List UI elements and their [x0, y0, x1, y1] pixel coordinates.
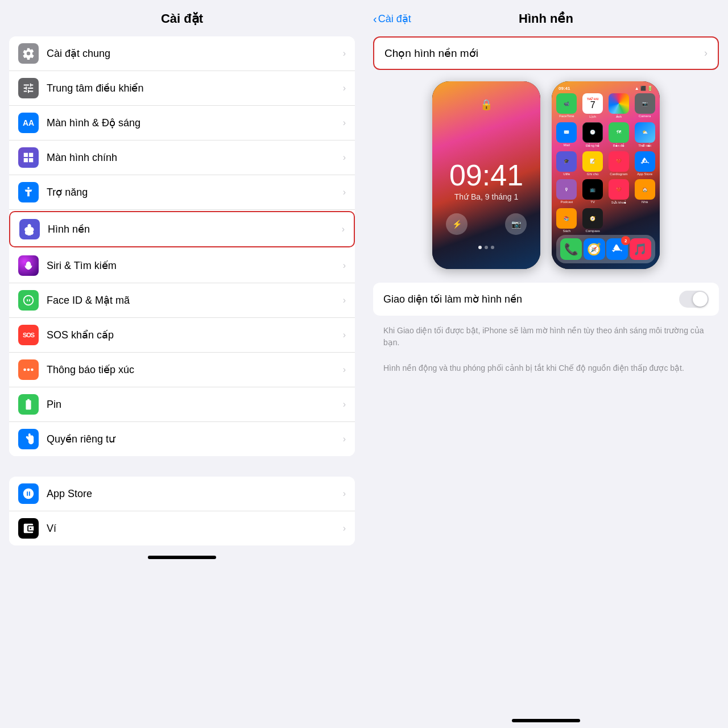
lock-date: Thứ Ba, 9 tháng 1: [449, 192, 523, 201]
app-label: Sách: [563, 229, 571, 233]
app-icon-tv: 📺: [582, 179, 603, 200]
app-cell-cardio: ❤️ Cardiogram: [607, 151, 631, 177]
settings-item-cai-dat-chung[interactable]: Cài đặt chung ›: [9, 36, 355, 71]
lock-time: 09:41: [449, 160, 523, 190]
app-cell-home: 🏠 Nhà: [633, 179, 656, 205]
app-icon-weather: ⛅: [635, 122, 655, 143]
settings-item-appstore[interactable]: App Store ›: [9, 477, 355, 511]
app-cell-ulife: 🎓 Ulife: [555, 151, 578, 177]
settings-item-thong-bao[interactable]: Thông báo tiếp xúc ›: [9, 353, 355, 387]
badge: 2: [621, 236, 630, 245]
chevron-icon: ›: [343, 48, 346, 59]
app-cell-maps: 🗺 Bản đồ: [607, 122, 631, 148]
chevron-icon: ›: [343, 152, 346, 163]
app-icon-compass: 🧭: [582, 208, 603, 229]
dock-appstore: 2: [606, 238, 628, 260]
item-label-cai-dat-chung: Cài đặt chung: [47, 47, 343, 60]
settings-item-man-hinh-chinh[interactable]: Màn hình chính ›: [9, 140, 355, 175]
section-spacer: [0, 461, 364, 472]
secondary-settings-list: App Store › Ví ›: [9, 477, 355, 545]
app-icon-podcast: 🎙: [556, 179, 577, 200]
app-icon-appstore: [635, 151, 655, 172]
hint-text-2: Hình nền động và thu phóng phối cảnh bị …: [373, 358, 719, 379]
settings-item-man-hinh[interactable]: AA Màn hình & Độ sáng ›: [9, 106, 355, 140]
app-label: App Store: [637, 172, 652, 176]
app-label: Thời tiết: [638, 143, 651, 147]
hint-text-1: Khi Giao diện tối được bật, iPhone sẽ là…: [373, 320, 719, 353]
app-label: Đồng hồ: [586, 143, 599, 147]
right-header: ‹ Cài đặt Hình nền: [364, 0, 728, 32]
home-screen-wallpaper: 09:41 ▲ ⬛ 🔋 📹 FaceTime THỨ HAI 7: [552, 81, 660, 269]
app-cell-books: 📚 Sách: [555, 208, 578, 234]
svg-point-4: [31, 369, 34, 371]
settings-item-pin[interactable]: Pin ›: [9, 387, 355, 422]
chevron-icon: ›: [343, 330, 346, 340]
chevron-icon: ›: [343, 187, 346, 197]
svg-point-3: [27, 369, 30, 371]
chevron-icon: ›: [343, 260, 346, 271]
settings-item-siri[interactable]: Siri & Tìm kiếm ›: [9, 249, 355, 283]
home-indicator-right: [512, 719, 580, 722]
lock-screen-preview[interactable]: 🔒 09:41 Thứ Ba, 9 tháng 1 ⚡ 📷: [432, 81, 540, 269]
chevron-icon: ›: [343, 118, 346, 128]
status-icons: ▲ ⬛ 🔋: [635, 86, 653, 91]
app-icon-facetime: 📹: [556, 93, 577, 114]
app-label: Mail: [564, 143, 570, 147]
home-screen-preview[interactable]: 09:41 ▲ ⬛ 🔋 📹 FaceTime THỨ HAI 7: [552, 81, 660, 269]
flower-icon: [19, 219, 40, 239]
item-label-man-hinh: Màn hình & Độ sáng: [47, 117, 343, 129]
app-icon-health: ❤️: [609, 179, 629, 200]
settings-item-tro-nang[interactable]: Trợ năng ›: [9, 175, 355, 210]
chevron-icon: ›: [343, 83, 346, 93]
left-panel: Cài đặt Cài đặt chung › Trung tâm điều k…: [0, 0, 364, 728]
app-cell-weather: ⛅ Thời tiết: [633, 122, 656, 148]
app-icon-clock: 🕐: [582, 122, 603, 143]
app-cell-photos: Ảnh: [607, 93, 631, 119]
app-label: Ulife: [563, 172, 570, 176]
choose-wallpaper-chevron: ›: [704, 47, 708, 59]
wallet-icon: [18, 518, 39, 539]
app-label: Lịch: [589, 114, 596, 118]
svg-point-0: [27, 187, 30, 189]
chevron-icon: ›: [343, 434, 346, 444]
app-cell-tv: 📺 TV: [581, 179, 605, 205]
camera-btn: 📷: [505, 213, 527, 235]
app-cell-appstore: App Store: [633, 151, 656, 177]
settings-item-faceid[interactable]: Face ID & Mật mã ›: [9, 283, 355, 318]
app-icon-books: 📚: [556, 208, 577, 229]
battery-icon: [18, 394, 39, 415]
chevron-icon: ›: [343, 523, 346, 533]
left-title: Cài đặt: [0, 0, 364, 32]
choose-wallpaper-row[interactable]: Chọn hình nền mới ›: [373, 36, 719, 70]
hand-icon: [18, 429, 39, 449]
faceid-icon: [18, 290, 39, 311]
app-label: Compass: [585, 229, 599, 233]
dark-mode-toggle[interactable]: [679, 291, 709, 308]
app-icon-home: 🏠: [635, 179, 655, 200]
item-label-pin: Pin: [47, 399, 343, 411]
app-icon-ulife: 🎓: [556, 151, 577, 172]
item-label-appstore: App Store: [47, 488, 343, 500]
settings-item-vi[interactable]: Ví ›: [9, 511, 355, 545]
settings-item-quyen[interactable]: Quyền riêng tư ›: [9, 422, 355, 456]
app-icon-maps: 🗺: [609, 122, 629, 143]
dock-safari: 🧭: [584, 238, 605, 260]
siri-icon: [18, 255, 39, 276]
home-dock: 📞 🧭 2 🎵: [556, 235, 655, 263]
app-grid: 📹 FaceTime THỨ HAI 7 Lịch Ản: [554, 92, 657, 235]
settings-item-trung-tam[interactable]: Trung tâm điều khiển ›: [9, 71, 355, 106]
settings-item-hinh-nen[interactable]: Hình nền ›: [9, 211, 355, 247]
back-button[interactable]: ‹ Cài đặt: [373, 13, 411, 26]
app-label: Ảnh: [616, 114, 622, 118]
item-label-faceid: Face ID & Mật mã: [47, 294, 343, 307]
app-cell-compass: 🧭 Compass: [581, 208, 605, 234]
right-title: Hình nền: [519, 11, 573, 26]
dark-mode-toggle-row: Giao diện tối làm mờ hình nền: [373, 283, 719, 316]
item-label-sos: SOS khẩn cấp: [47, 329, 343, 341]
dock-music: 🎵: [630, 238, 651, 260]
item-label-hinh-nen: Hình nền: [48, 223, 342, 235]
lock-icon: 🔒: [480, 98, 493, 111]
settings-item-sos[interactable]: SOS SOS khẩn cấp ›: [9, 318, 355, 353]
app-label: FaceTime: [559, 114, 574, 118]
dots-icon: [18, 359, 39, 380]
